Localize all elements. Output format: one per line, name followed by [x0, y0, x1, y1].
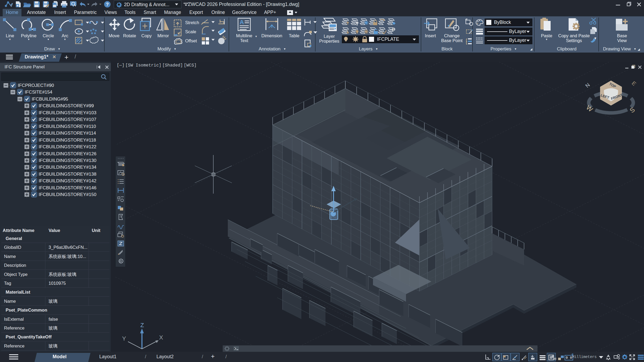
svg-text:?: ?	[106, 2, 109, 7]
svg-text:E: E	[631, 80, 637, 87]
svg-text:W: W	[585, 104, 594, 113]
svg-text:X: X	[159, 334, 163, 341]
svg-text:S: S	[628, 106, 636, 114]
svg-text:A: A	[240, 19, 244, 25]
svg-text:1: 1	[393, 28, 394, 31]
svg-text:Y: Y	[122, 335, 126, 342]
svg-text:Z: Z	[140, 322, 144, 328]
svg-text:N: N	[584, 82, 591, 89]
svg-text:0 0: 0 0	[566, 356, 572, 360]
